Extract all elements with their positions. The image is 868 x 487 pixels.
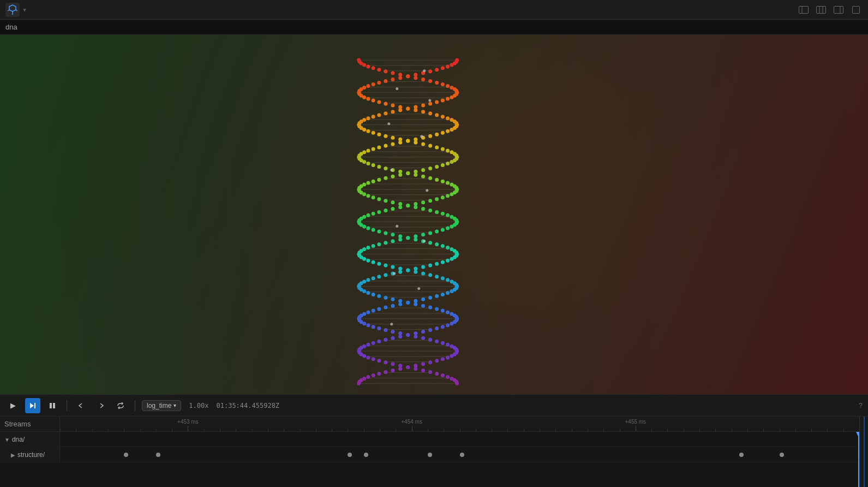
timeline-dot [739, 453, 744, 457]
ruler-minor-tick [763, 429, 764, 431]
ruler-minor-tick [780, 429, 780, 431]
timeline-dot [364, 453, 368, 457]
ruler-label: +454 ms [401, 419, 422, 425]
ruler-minor-tick [843, 429, 844, 431]
viewport [0, 35, 868, 394]
svg-rect-6 [834, 6, 843, 13]
maximize-button[interactable] [849, 3, 863, 16]
panel-center-button[interactable] [815, 3, 828, 16]
loop-button[interactable] [113, 398, 128, 413]
ruler-minor-tick [667, 429, 668, 431]
ruler-minor-tick [747, 429, 748, 431]
ruler-minor-tick [204, 429, 205, 431]
time-cursor[interactable] [858, 432, 859, 487]
separator-2 [135, 400, 135, 411]
timeline-selector[interactable]: log_time ▾ [142, 400, 181, 411]
ruler-minor-tick [715, 429, 716, 431]
ruler-minor-tick [524, 429, 524, 431]
streams-header: Streams [0, 417, 60, 432]
ruler-minor-tick [732, 429, 732, 431]
svg-rect-11 [50, 403, 52, 408]
play-button[interactable]: ▶ [5, 398, 21, 413]
ruler-tick [188, 426, 188, 431]
ruler-minor-tick [651, 429, 652, 431]
svg-rect-1 [799, 6, 809, 13]
arrow-back-button[interactable] [74, 398, 89, 413]
ruler-minor-tick [428, 429, 428, 431]
streams-sidebar-wrapper: Streams ▼ dna/ ▶ structure/ [0, 417, 60, 487]
topbar-right [797, 3, 863, 16]
timeline-dot [428, 453, 432, 457]
ruler-minor-tick [603, 429, 604, 431]
track-row-structure [60, 447, 859, 462]
ruler-minor-tick [252, 429, 253, 431]
svg-rect-3 [817, 6, 826, 13]
ruler-minor-tick [92, 429, 93, 431]
topbar: ▾ [0, 0, 868, 20]
panel-right-button[interactable] [832, 3, 845, 16]
app-logo [5, 3, 20, 17]
ruler-minor-tick [507, 429, 508, 431]
ruler-minor-tick [284, 429, 284, 431]
timeline-dot [780, 453, 784, 457]
ruler-minor-tick [492, 429, 492, 431]
ruler-minor-tick [699, 429, 700, 431]
timeline-dot [156, 453, 160, 457]
streams-panel: Streams ▼ dna/ ▶ structure/ +453 ms+454 … [0, 416, 868, 487]
ruler-minor-tick [476, 429, 476, 431]
stream-label-dna[interactable]: ▼ dna/ [0, 432, 59, 447]
controlbar: ▶ log_time ▾ 1.00x 01:35:4 [0, 394, 868, 416]
ruler-minor-tick [124, 429, 124, 431]
stream-label-structure[interactable]: ▶ structure/ [0, 447, 59, 462]
ruler-minor-tick [140, 429, 141, 431]
step-play-button[interactable] [25, 398, 40, 413]
panel-left-button[interactable] [797, 3, 810, 16]
ruler-minor-tick [364, 429, 364, 431]
ruler-minor-tick [348, 429, 348, 431]
ruler-minor-tick [572, 429, 572, 431]
ruler-minor-tick [795, 429, 796, 431]
ruler-minor-tick [156, 429, 157, 431]
ruler-minor-tick [76, 429, 76, 431]
ruler-tick [636, 426, 636, 431]
right-panel-edge [859, 417, 868, 487]
ruler-minor-tick [332, 429, 332, 431]
arrow-forward-button[interactable] [93, 398, 109, 413]
titlebar: dna [0, 20, 868, 35]
speed-display: 1.00x [189, 402, 208, 409]
svg-rect-8 [853, 6, 860, 13]
ruler-minor-tick [108, 429, 109, 431]
timeline-dot [348, 453, 352, 457]
timeline-tracks[interactable] [60, 432, 859, 487]
ruler-minor-tick [316, 429, 316, 431]
ruler-minor-tick [460, 429, 460, 431]
help-icon[interactable]: ? [859, 401, 863, 409]
recording-title: dna [5, 23, 17, 31]
separator-1 [67, 400, 67, 411]
expand-icon: ▶ [11, 452, 15, 458]
ruler-minor-tick [300, 429, 301, 431]
svg-rect-12 [53, 403, 55, 408]
ruler-minor-tick [396, 429, 396, 431]
ruler-minor-tick [220, 429, 220, 431]
right-cursor-line [864, 417, 865, 487]
timeline-ruler[interactable]: +453 ms+454 ms+455 ms [60, 417, 859, 432]
ruler-minor-tick [811, 429, 812, 431]
ruler-minor-tick [827, 429, 828, 431]
ruler-label: +455 ms [625, 419, 646, 425]
timestamp-display: 01:35:44.455928Z [216, 402, 279, 409]
ruler-tick [412, 426, 412, 431]
ruler-minor-tick [172, 429, 172, 431]
ruler-minor-tick [540, 429, 540, 431]
topbar-left: ▾ [5, 3, 26, 17]
ruler-minor-tick [555, 429, 556, 431]
ruler-minor-tick [684, 429, 684, 431]
track-row-dna [60, 432, 859, 447]
timeline-dot [460, 453, 464, 457]
ruler-minor-tick [60, 429, 61, 431]
ruler-minor-tick [236, 429, 236, 431]
timeline-dot [124, 453, 128, 457]
ruler-minor-tick [380, 429, 380, 431]
ruler-label: +453 ms [177, 419, 199, 425]
pause-button[interactable] [45, 398, 60, 413]
